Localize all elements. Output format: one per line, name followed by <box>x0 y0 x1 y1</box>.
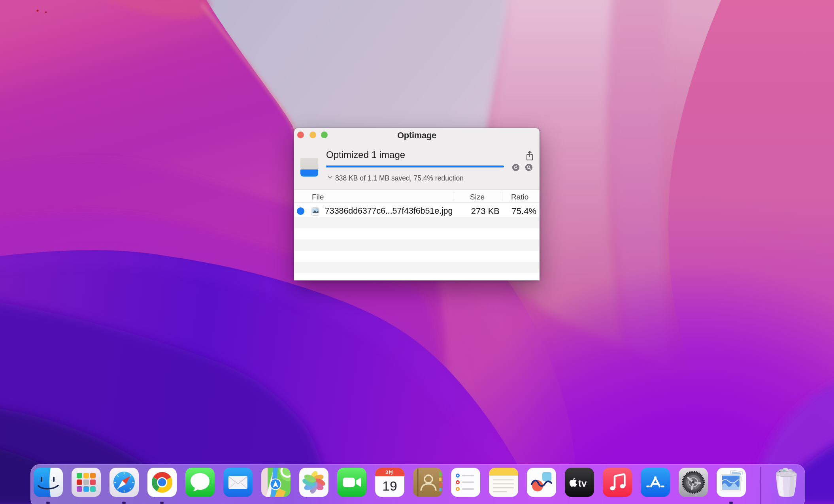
svg-text:tv: tv <box>578 478 587 489</box>
svg-text:19: 19 <box>382 478 397 493</box>
svg-text:3: 3 <box>385 470 388 475</box>
